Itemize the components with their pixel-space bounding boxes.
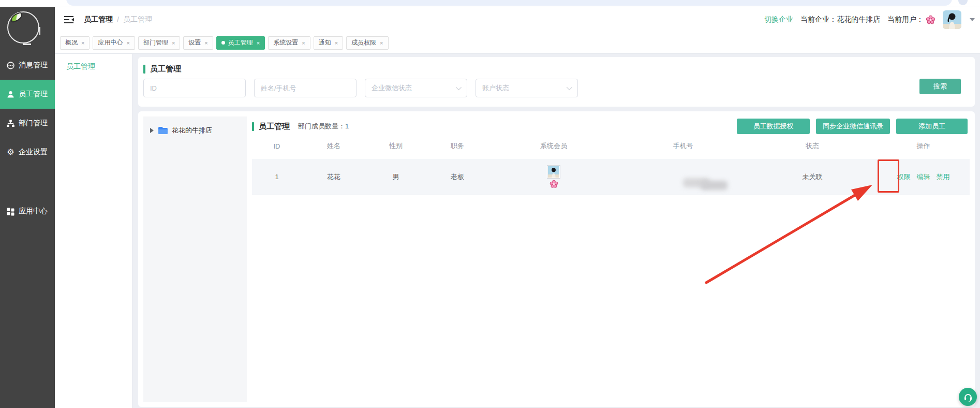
permission-link[interactable]: 权限 — [897, 172, 911, 182]
close-icon[interactable]: × — [302, 40, 305, 46]
close-icon[interactable]: × — [335, 40, 338, 46]
tab-app-center[interactable]: 应用中心× — [93, 36, 135, 50]
tab-system-settings[interactable]: 系统设置× — [268, 36, 310, 50]
browser-button-remnant[interactable] — [958, 0, 968, 5]
flower-emoji-icon — [550, 180, 558, 188]
filter-row: 企业微信状态 账户状态 — [143, 79, 578, 97]
chevron-down-icon — [567, 84, 572, 90]
menu-fold-icon[interactable] — [63, 15, 75, 24]
flower-emoji-icon — [926, 15, 936, 25]
row-status: 未关联 — [748, 172, 877, 182]
close-icon[interactable]: × — [204, 40, 207, 46]
employee-data-auth-button[interactable]: 员工数据授权 — [737, 119, 810, 134]
col-id: ID — [252, 142, 302, 150]
close-icon[interactable]: × — [257, 40, 260, 46]
close-icon[interactable]: × — [380, 40, 383, 46]
close-icon[interactable]: × — [81, 40, 84, 46]
logo-tick — [39, 27, 40, 35]
table-row: 1 花花 男 老板 — [252, 159, 970, 195]
browser-omnibox[interactable] — [66, 0, 952, 6]
current-user-label: 当前用户： — [887, 15, 924, 24]
search-button[interactable]: 搜索 — [919, 79, 961, 94]
message-icon — [6, 61, 15, 70]
help-bubble-button[interactable] — [959, 388, 977, 406]
close-icon[interactable]: × — [126, 40, 129, 46]
row-job: 老板 — [426, 172, 489, 182]
sidebar-item-label: 消息管理 — [19, 61, 48, 70]
tab-notifications[interactable]: 通知× — [314, 36, 343, 50]
tab-label: 设置 — [188, 38, 201, 47]
department-tree: 花花的牛排店 — [143, 116, 247, 402]
sidebar-item-label: 员工管理 — [19, 90, 48, 99]
sidebar-menu: 消息管理 员工管理 部门管理 ⚙ 企业设置 应用中心 — [0, 51, 55, 226]
sidebar-item-app-center[interactable]: 应用中心 — [0, 197, 55, 226]
tab-overview[interactable]: 概况× — [60, 36, 90, 50]
tree-node-label[interactable]: 花花的牛排店 — [172, 126, 212, 135]
breadcrumb-item[interactable]: 员工管理 — [123, 15, 152, 24]
tab-employees-active[interactable]: 员工管理× — [216, 36, 265, 50]
sidebar-item-label: 应用中心 — [19, 207, 48, 216]
row-system-member — [489, 165, 618, 188]
table-header-bar: 员工管理 部门成员数量：1 员工数据授权 同步企业微信通讯录 添加员工 — [252, 118, 970, 135]
active-tab-dot — [221, 41, 225, 45]
secondary-sidebar: 员工管理 — [55, 54, 132, 408]
app-center-icon — [6, 207, 15, 216]
tab-label: 应用中心 — [98, 38, 123, 47]
app-logo — [0, 7, 55, 51]
header-actions: 切换企业 当前企业：花花的牛排店 当前用户： — [764, 10, 980, 29]
table-action-buttons: 员工数据授权 同步企业微信通讯录 添加员工 — [737, 119, 970, 134]
main-content: 员工管理 企业微信状态 账户状态 搜索 花花的牛排 — [132, 54, 980, 408]
filter-card-header: 员工管理 — [138, 57, 975, 74]
row-gender: 男 — [366, 172, 426, 182]
breadcrumb-item[interactable]: 员工管理 — [84, 15, 113, 24]
employee-card: 花花的牛排店 员工管理 部门成员数量：1 员工数据授权 同步企业微信通讯录 添加… — [138, 111, 975, 407]
row-actions: 权限 编辑 禁用 — [877, 172, 970, 182]
id-input[interactable] — [143, 79, 246, 97]
user-avatar[interactable] — [943, 10, 961, 29]
col-job: 职务 — [426, 141, 489, 151]
member-avatar-badge — [489, 165, 618, 188]
col-system-member: 系统会员 — [489, 141, 618, 151]
tree-expand-icon[interactable] — [150, 128, 154, 133]
subnav-item-employees[interactable]: 员工管理 — [55, 62, 132, 71]
close-icon[interactable]: × — [172, 40, 175, 46]
sidebar: 消息管理 员工管理 部门管理 ⚙ 企业设置 应用中心 — [0, 7, 55, 408]
tab-label: 概况 — [65, 38, 78, 47]
add-employee-button[interactable]: 添加员工 — [896, 119, 968, 134]
row-name: 花花 — [302, 172, 366, 182]
member-count-label: 部门成员数量： — [298, 122, 345, 130]
filter-card: 员工管理 企业微信状态 账户状态 搜索 — [138, 57, 975, 107]
breadcrumb-separator: / — [117, 16, 119, 24]
disable-link[interactable]: 禁用 — [937, 172, 950, 182]
tab-departments[interactable]: 部门管理× — [138, 36, 180, 50]
tab-member-permissions[interactable]: 成员权限× — [346, 36, 388, 50]
sidebar-item-company-settings[interactable]: ⚙ 企业设置 — [0, 138, 55, 167]
sidebar-item-departments[interactable]: 部门管理 — [0, 109, 55, 138]
tree-node-root[interactable]: 花花的牛排店 — [143, 116, 247, 135]
tab-settings[interactable]: 设置× — [183, 36, 213, 50]
select-placeholder: 账户状态 — [482, 83, 509, 93]
tab-label: 通知 — [319, 38, 331, 47]
tab-label: 员工管理 — [228, 38, 253, 47]
wechat-status-select[interactable]: 企业微信状态 — [365, 79, 467, 97]
headset-icon — [963, 392, 973, 402]
edit-link[interactable]: 编辑 — [917, 172, 930, 182]
sidebar-item-label: 部门管理 — [19, 119, 48, 128]
tab-label: 部门管理 — [143, 38, 168, 47]
employee-table-area: 员工管理 部门成员数量：1 员工数据授权 同步企业微信通讯录 添加员工 ID 姓… — [252, 111, 970, 407]
sync-wechat-contacts-button[interactable]: 同步企业微信通讯录 — [816, 119, 890, 134]
sidebar-item-employees[interactable]: 员工管理 — [0, 80, 55, 109]
employee-icon — [6, 90, 15, 99]
name-phone-input[interactable] — [254, 79, 357, 97]
account-status-select[interactable]: 账户状态 — [476, 79, 578, 97]
chevron-down-icon[interactable] — [970, 18, 975, 21]
member-count: 部门成员数量：1 — [298, 122, 349, 131]
switch-company-link[interactable]: 切换企业 — [764, 15, 793, 24]
table-column-headers: ID 姓名 性别 职务 系统会员 手机号 状态 操作 — [252, 136, 970, 156]
top-header: 员工管理 / 员工管理 切换企业 当前企业：花花的牛排店 当前用户： — [55, 7, 980, 32]
folder-icon — [158, 126, 168, 135]
breadcrumb: 员工管理 / 员工管理 — [84, 15, 152, 24]
sidebar-item-label: 企业设置 — [19, 148, 48, 157]
sidebar-item-messages[interactable]: 消息管理 — [0, 51, 55, 80]
member-count-value: 1 — [345, 122, 349, 130]
